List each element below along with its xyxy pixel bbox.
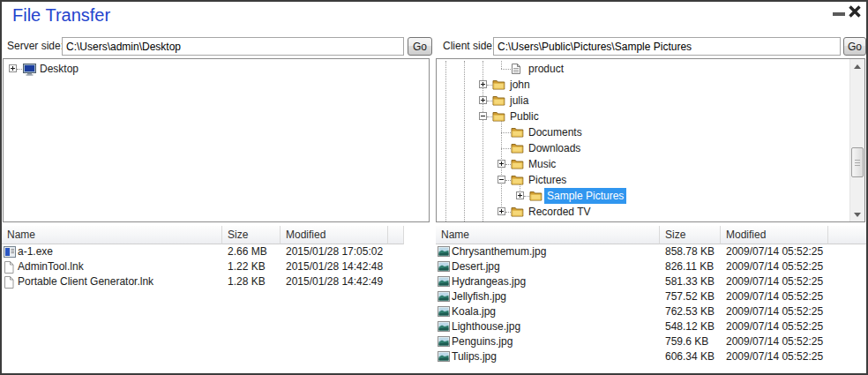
tree-item-julia[interactable]: julia <box>437 93 864 109</box>
jpg-icon <box>438 321 450 333</box>
expand-plus-icon[interactable] <box>498 160 505 168</box>
client-tree-pane: productjohnjuliaPublicDocumentsDownloads… <box>436 58 865 222</box>
folder-icon <box>511 126 525 139</box>
server-tree-pane: Desktop <box>3 58 430 222</box>
column-header-size[interactable]: Size <box>222 226 281 244</box>
client-side-label: Client side: <box>443 37 495 56</box>
file-name-cell: Tulips.jpg <box>452 349 497 364</box>
file-row-hydrangeas-jpg[interactable]: Hydrangeas.jpg581.33 KB2009/07/14 05:52:… <box>436 274 868 289</box>
server-go-button[interactable]: Go <box>408 37 432 56</box>
expand-plus-icon[interactable] <box>479 80 487 88</box>
expand-plus-icon[interactable] <box>516 191 524 199</box>
tree-item-sample-pictures[interactable]: Sample Pictures <box>437 188 864 204</box>
file-modified-cell: 2009/07/14 05:52:25 <box>726 304 823 319</box>
server-file-list: NameSizeModifieda-1.exe2.66 MB2015/01/28… <box>2 226 432 373</box>
jpg-icon <box>438 336 450 348</box>
file-row-chrysanthemum-jpg[interactable]: Chrysanthemum.jpg858.78 KB2009/07/14 05:… <box>436 244 868 259</box>
tree-item-label: Public <box>507 109 542 124</box>
file-modified-cell: 2015/01/28 14:42:48 <box>286 259 383 274</box>
tree-item-product[interactable]: product <box>437 61 864 77</box>
file-name-cell: Hydrangeas.jpg <box>452 274 526 289</box>
file-modified-cell: 2009/07/14 05:52:25 <box>726 244 823 259</box>
jpg-icon <box>438 246 450 258</box>
tree-item-label: Sample Pictures <box>544 188 626 204</box>
page-title: File Transfer <box>12 5 110 26</box>
column-header-size[interactable]: Size <box>660 226 721 244</box>
file-row-jellyfish-jpg[interactable]: Jellyfish.jpg757.52 KB2009/07/14 05:52:2… <box>436 289 868 304</box>
expand-plus-icon[interactable] <box>498 207 505 215</box>
server-path-input[interactable] <box>62 37 404 56</box>
folder-icon <box>492 94 506 107</box>
minimize-icon[interactable] <box>833 12 845 16</box>
file-name-cell: a-1.exe <box>18 244 53 259</box>
folder-icon <box>492 79 506 91</box>
expand-plus-icon[interactable] <box>9 64 17 72</box>
client-path-input[interactable] <box>493 37 841 56</box>
file-row-lighthouse-jpg[interactable]: Lighthouse.jpg548.12 KB2009/07/14 05:52:… <box>436 319 868 334</box>
tree-item-label: Pictures <box>526 172 569 188</box>
column-header-modified[interactable]: Modified <box>281 226 388 244</box>
file-name-cell: Chrysanthemum.jpg <box>452 244 546 259</box>
column-header-name[interactable]: Name <box>2 226 222 244</box>
tree-item-label: Documents <box>526 124 585 140</box>
tree-item-recorded-tv[interactable]: Recorded TV <box>437 204 864 220</box>
column-header-filler <box>388 226 404 244</box>
tree-item-label: Recorded TV <box>526 204 593 220</box>
desktop-icon <box>22 63 36 75</box>
tree-item-john[interactable]: john <box>437 77 864 93</box>
client-go-button[interactable]: Go <box>843 37 866 56</box>
file-modified-cell: 2009/07/14 05:52:25 <box>726 259 823 274</box>
file-row-penguins-jpg[interactable]: Penguins.jpg759.6 KB2009/07/14 05:52:25 <box>436 334 868 349</box>
file-modified-cell: 2015/01/28 14:42:49 <box>286 274 383 289</box>
file-size-cell: 2.66 MB <box>228 244 267 259</box>
client-file-list: NameSizeModifiedChrysanthemum.jpg858.78 … <box>436 226 868 373</box>
tree-item-public[interactable]: Public <box>437 109 864 124</box>
collapse-minus-icon[interactable] <box>479 112 487 120</box>
tree-item-label: julia <box>507 93 531 109</box>
close-icon[interactable] <box>847 4 863 19</box>
tree-item-pictures[interactable]: Pictures <box>437 172 864 188</box>
tree-item-music[interactable]: Music <box>437 156 864 172</box>
file-name-cell: Penguins.jpg <box>452 334 513 349</box>
column-header-filler <box>828 226 868 244</box>
file-row-admintool-lnk[interactable]: AdminTool.lnk1.22 KB2015/01/28 14:42:48 <box>2 259 432 274</box>
folder-icon <box>529 190 543 202</box>
folder-icon <box>511 142 525 154</box>
jpg-icon <box>438 351 450 363</box>
file-name-cell: Lighthouse.jpg <box>452 319 520 334</box>
file-row-portable-client-generator-lnk[interactable]: Portable Client Generator.lnk1.28 KB2015… <box>2 274 432 289</box>
jpg-icon <box>438 261 450 273</box>
server-side-label: Server side: <box>7 37 64 56</box>
file-size-cell: 606.34 KB <box>665 349 715 364</box>
file-name-cell: Jellyfish.jpg <box>452 289 506 304</box>
folder-icon <box>511 174 525 186</box>
file-size-cell: 548.12 KB <box>665 319 715 334</box>
file-size-cell: 1.28 KB <box>228 274 266 289</box>
list-header: NameSizeModified <box>436 226 868 244</box>
column-header-name[interactable]: Name <box>436 226 660 244</box>
file-row-tulips-jpg[interactable]: Tulips.jpg606.34 KB2009/07/14 05:52:25 <box>436 349 868 364</box>
file-modified-cell: 2009/07/14 05:52:25 <box>726 349 823 364</box>
folder-icon <box>511 158 525 170</box>
tree-item-downloads[interactable]: Downloads <box>437 140 864 156</box>
tree-connector-line <box>501 69 511 70</box>
column-header-modified[interactable]: Modified <box>721 226 828 244</box>
file-row-desert-jpg[interactable]: Desert.jpg826.11 KB2009/07/14 05:52:25 <box>436 259 868 274</box>
tree-item-desktop[interactable]: Desktop <box>4 61 429 77</box>
file-icon <box>4 261 16 273</box>
tree-item-documents[interactable]: Documents <box>437 124 864 140</box>
file-size-cell: 1.22 KB <box>228 259 266 274</box>
file-modified-cell: 2009/07/14 05:52:25 <box>726 289 823 304</box>
document-icon <box>511 63 525 75</box>
expand-plus-icon[interactable] <box>479 96 487 104</box>
exe-icon <box>4 246 16 258</box>
file-icon <box>4 276 16 288</box>
file-row-a-1-exe[interactable]: a-1.exe2.66 MB2015/01/28 17:05:02 <box>2 244 432 259</box>
jpg-icon <box>438 306 450 318</box>
collapse-minus-icon[interactable] <box>498 176 505 184</box>
tree-item-label: Downloads <box>526 140 583 156</box>
list-header: NameSizeModified <box>2 226 432 244</box>
file-row-koala-jpg[interactable]: Koala.jpg762.53 KB2009/07/14 05:52:25 <box>436 304 868 319</box>
jpg-icon <box>438 276 450 288</box>
folder-icon <box>492 110 506 123</box>
